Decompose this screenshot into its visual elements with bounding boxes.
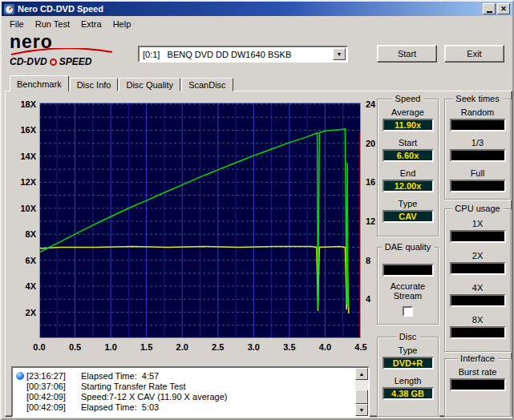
log-entry-time: [23:16:27]	[26, 371, 81, 381]
disc-panel: Disc Type DVD+R Length 4.38 GB	[377, 337, 439, 417]
log-entry-time: [00:37:06]	[26, 382, 81, 391]
start-speed-value: 6.60x	[382, 149, 434, 162]
cpu-usage-panel-title: CPU usage	[451, 204, 503, 213]
scroll-up-button[interactable]: ▲	[355, 368, 368, 380]
tab-scandisc[interactable]: ScanDisc	[181, 78, 233, 91]
disc-icon	[50, 59, 57, 66]
drive-selector[interactable]: [0:1] BENQ DVD DD DW1640 BSKB ▼	[138, 46, 348, 63]
average-speed-label: Average	[391, 107, 424, 117]
cpu-4x-label: 4X	[472, 283, 483, 293]
seek-third-label: 1/3	[472, 138, 484, 147]
cpu-2x-value	[450, 262, 506, 275]
log-scrollbar[interactable]: ▲ ▼	[355, 368, 368, 416]
speed-type-label: Type	[399, 199, 418, 208]
speed-type-value: CAV	[382, 210, 434, 223]
chevron-down-icon: ▼	[337, 51, 342, 57]
benchmark-chart-canvas	[39, 103, 361, 338]
close-icon: ✕	[500, 6, 507, 13]
seek-full-label: Full	[471, 168, 485, 178]
dae-quality-panel: DAE quality Accurate Stream	[377, 247, 439, 325]
app-window: Nero CD-DVD Speed ✕ File Run Test Extra …	[0, 0, 514, 420]
interface-panel-title: Interface	[457, 353, 498, 363]
log-panel[interactable]: [23:16:27] Elapsed Time: 4:57 [00:37:06]…	[11, 366, 370, 418]
exit-button[interactable]: Exit	[444, 45, 504, 63]
minimize-button[interactable]	[483, 3, 496, 14]
disc-type-value: DVD+R	[382, 357, 434, 370]
end-speed-label: End	[400, 168, 416, 178]
tab-benchmark[interactable]: Benchmark	[10, 75, 69, 91]
nero-logo: nero CD-DVD SPEED	[10, 34, 134, 71]
interface-panel: Interface Burst rate	[444, 358, 511, 417]
start-speed-label: Start	[399, 138, 417, 147]
scroll-thumb[interactable]	[355, 390, 368, 404]
menubar: File Run Test Extra Help	[2, 16, 512, 32]
log-entry-icon	[16, 393, 26, 401]
log-entry-icon	[16, 403, 26, 411]
menu-run-test[interactable]: Run Test	[30, 18, 75, 30]
speed-panel: Speed Average 11.90x Start 6.60x End 12.…	[377, 99, 439, 236]
log-entry-text: Elapsed Time: 4:57	[81, 371, 159, 381]
log-entry-text: Speed:7-12 X CAV (11.90 X average)	[81, 392, 227, 402]
seek-times-panel: Seek times Random 1/3 Full	[444, 99, 511, 200]
disc-type-label: Type	[399, 345, 418, 355]
logo-product-right: SPEED	[59, 56, 92, 67]
disc-length-value: 4.38 GB	[382, 387, 434, 400]
cpu-4x-value	[450, 294, 506, 307]
log-entry-text: Elapsed Time: 5:03	[81, 402, 159, 412]
seek-random-value	[450, 119, 506, 131]
speed-panel-title: Speed	[392, 94, 424, 103]
seek-random-label: Random	[461, 107, 495, 117]
tab-strip: Benchmark Disc Info Disc Quality ScanDis…	[10, 75, 234, 91]
cpu-2x-label: 2X	[472, 251, 483, 260]
window-title: Nero CD-DVD Speed	[18, 4, 481, 14]
seek-times-panel-title: Seek times	[452, 94, 502, 103]
tab-disc-quality[interactable]: Disc Quality	[119, 78, 180, 91]
menu-help[interactable]: Help	[107, 18, 137, 30]
log-entry-time: [00:42:09]	[26, 402, 81, 412]
benchmark-chart	[39, 103, 361, 338]
log-entry: [00:42:09] Speed:7-12 X CAV (11.90 X ave…	[16, 391, 355, 402]
logo-product-left: CD-DVD	[10, 56, 47, 67]
minimize-icon	[487, 11, 492, 13]
log-entry-icon	[16, 372, 24, 380]
arrow-down-icon: ▼	[359, 407, 365, 413]
scroll-down-button[interactable]: ▼	[355, 404, 368, 416]
log-entry-time: [00:42:09]	[26, 392, 81, 402]
burst-rate-value	[450, 378, 506, 391]
tab-disc-info[interactable]: Disc Info	[70, 78, 119, 91]
seek-full-value	[450, 180, 506, 192]
menu-file[interactable]: File	[4, 18, 30, 30]
log-rows: [23:16:27] Elapsed Time: 4:57 [00:37:06]…	[13, 368, 355, 416]
log-entry: [00:42:09] Elapsed Time: 5:03	[16, 402, 355, 412]
log-entry-icon	[16, 382, 26, 390]
cpu-usage-panel: CPU usage 1X 2X 4X 8X	[444, 208, 511, 352]
end-speed-value: 12.00x	[382, 180, 434, 192]
start-button[interactable]: Start	[377, 45, 437, 63]
cpu-8x-value	[450, 326, 506, 339]
burst-rate-label: Burst rate	[459, 367, 497, 377]
titlebar[interactable]: Nero CD-DVD Speed ✕	[2, 2, 512, 16]
log-entry: [00:37:06] Starting Transfer Rate Test	[16, 381, 355, 391]
menu-extra[interactable]: Extra	[75, 18, 107, 30]
log-entry: [23:16:27] Elapsed Time: 4:57	[16, 370, 355, 381]
disc-panel-title: Disc	[396, 332, 419, 341]
drive-dropdown-button[interactable]: ▼	[333, 48, 346, 60]
accurate-stream-checkbox[interactable]	[403, 306, 413, 317]
cpu-1x-value	[450, 230, 506, 243]
disc-length-label: Length	[395, 376, 422, 386]
accurate-stream-label: Accurate Stream	[383, 281, 433, 301]
seek-third-value	[450, 149, 506, 162]
app-icon	[4, 4, 14, 14]
close-button[interactable]: ✕	[497, 3, 510, 14]
average-speed-value: 11.90x	[382, 119, 434, 131]
cpu-8x-label: 8X	[472, 315, 483, 325]
log-entry-text: Starting Transfer Rate Test	[81, 382, 186, 391]
dae-quality-value	[382, 264, 434, 277]
cpu-1x-label: 1X	[472, 219, 483, 228]
drive-selector-value: [0:1] BENQ DVD DD DW1640 BSKB	[140, 50, 333, 59]
dae-quality-panel-title: DAE quality	[382, 242, 434, 252]
arrow-up-icon: ▲	[359, 371, 365, 377]
